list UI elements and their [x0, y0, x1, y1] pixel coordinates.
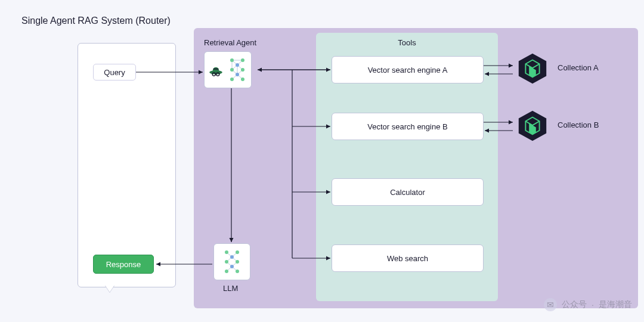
tool-label: Calculator: [390, 188, 425, 197]
svg-point-34: [230, 255, 234, 259]
tool-web-search: Web search: [332, 244, 484, 272]
watermark: ✉ 公众号 · 是海潮音: [544, 298, 632, 311]
watermark-name: 是海潮音: [599, 299, 632, 310]
network-icon: [222, 249, 242, 275]
svg-point-33: [236, 250, 239, 254]
svg-point-19: [230, 68, 234, 72]
query-label: Query: [104, 68, 125, 77]
network-icon: [227, 57, 247, 83]
chat-tail-icon: [105, 285, 114, 292]
svg-point-21: [236, 73, 239, 76]
collection-a-label: Collection A: [558, 63, 599, 72]
diagram-title: Single Agent RAG System (Router): [21, 16, 171, 26]
diagram-canvas: Single Agent RAG System (Router) Tools Q…: [0, 0, 644, 322]
svg-point-22: [230, 78, 234, 81]
llm-node: [213, 243, 250, 280]
tool-calculator: Calculator: [332, 178, 484, 206]
svg-point-23: [241, 78, 244, 81]
collection-a-icon: [515, 51, 550, 86]
wechat-icon: ✉: [544, 298, 557, 311]
svg-point-32: [225, 250, 228, 254]
tools-label: Tools: [316, 38, 498, 47]
svg-point-36: [236, 260, 239, 264]
tool-label: Vector search engine B: [367, 122, 447, 131]
retrieval-agent-node: [204, 51, 252, 88]
tool-label: Web search: [387, 254, 428, 263]
svg-point-35: [225, 260, 228, 264]
response-label: Response: [106, 260, 141, 269]
tool-vector-a: Vector search engine A: [332, 56, 484, 83]
collection-b-label: Collection B: [558, 120, 599, 129]
svg-point-17: [241, 58, 244, 62]
collection-b-icon: [515, 109, 550, 143]
watermark-prefix: 公众号: [562, 299, 587, 310]
svg-point-37: [230, 265, 234, 268]
svg-point-39: [236, 270, 239, 273]
agent-hat-icon: [208, 62, 224, 78]
svg-point-20: [241, 68, 244, 72]
tool-label: Vector search engine A: [368, 66, 448, 75]
svg-point-38: [225, 270, 228, 273]
llm-label: LLM: [223, 284, 238, 293]
query-node: Query: [93, 64, 136, 80]
tool-vector-b: Vector search engine B: [332, 113, 484, 140]
response-node: Response: [93, 255, 154, 274]
retrieval-agent-label: Retrieval Agent: [204, 38, 256, 47]
svg-point-18: [236, 63, 239, 67]
svg-point-16: [230, 58, 234, 62]
svg-rect-1: [213, 69, 219, 70]
watermark-sep: ·: [592, 300, 594, 309]
